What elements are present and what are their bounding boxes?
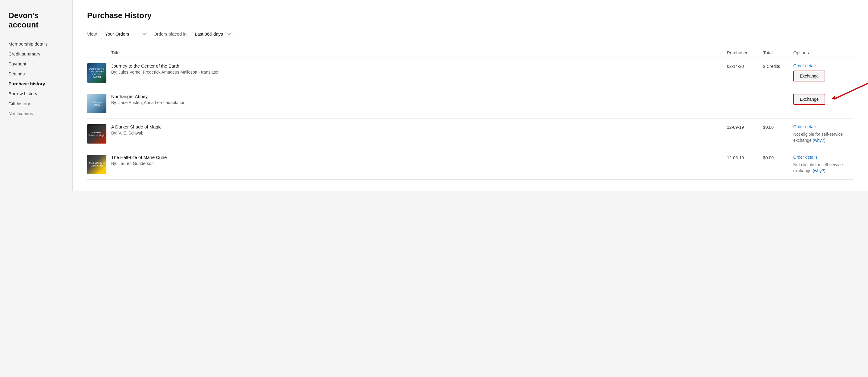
account-title: Devon's account — [8, 11, 64, 30]
book-cover: The Half-Life of Marie Curie — [87, 155, 106, 174]
order-details-link[interactable]: Order details — [793, 155, 854, 160]
nav-list: Membership detailsCredit summaryPaymentS… — [8, 39, 64, 118]
table-container: Title Purchased Total Options JOURNEY TO… — [87, 48, 854, 180]
table-row: A Darker Shade of MagicA Darker Shade of… — [87, 119, 854, 149]
book-title: A Darker Shade of Magic — [111, 124, 722, 129]
book-info: The Half-Life of Marie CurieBy: Lauren G… — [111, 155, 727, 166]
page-title: Purchase History — [87, 11, 854, 20]
col-purchased: 12-09-19 — [727, 124, 763, 130]
orders-placed-label: Orders placed in — [153, 31, 187, 36]
table-rows: JOURNEY TO THE CENTER OF THE EARTHJourne… — [87, 58, 854, 180]
view-select[interactable]: Your OrdersWishlisted Items — [101, 29, 149, 39]
sidebar-item-borrow-history[interactable]: Borrow history — [8, 89, 64, 98]
book-author: By: V. E. Schwab — [111, 130, 722, 136]
col-purchased: 12-06-19 — [727, 155, 763, 160]
book-info: A Darker Shade of MagicBy: V. E. Schwab — [111, 124, 727, 136]
book-cover: Northanger Abbey — [87, 94, 106, 113]
book-cover-col: JOURNEY TO THE CENTER OF THE EARTH — [87, 63, 111, 83]
filters-row: View Your OrdersWishlisted Items Orders … — [87, 29, 854, 39]
order-details-link[interactable]: Order details — [793, 63, 854, 68]
sidebar: Devon's account Membership detailsCredit… — [0, 0, 72, 377]
sidebar-item-purchase-history[interactable]: Purchase history — [8, 79, 64, 88]
col-header-total: Total — [763, 50, 793, 55]
col-header-img — [87, 50, 111, 55]
book-cover: JOURNEY TO THE CENTER OF THE EARTH — [87, 63, 106, 83]
sidebar-item-settings[interactable]: Settings — [8, 69, 64, 79]
book-info: Northanger AbbeyBy: Jane Austen, Anna Le… — [111, 94, 727, 105]
table-row: JOURNEY TO THE CENTER OF THE EARTHJourne… — [87, 58, 854, 88]
main-content: Purchase History View Your OrdersWishlis… — [72, 0, 868, 191]
col-header-purchased: Purchased — [727, 50, 763, 55]
table-header: Title Purchased Total Options — [87, 48, 854, 58]
book-title: The Half-Life of Marie Curie — [111, 155, 722, 160]
date-select[interactable]: Last 30 daysLast 60 daysLast 90 daysLast… — [191, 29, 234, 39]
sidebar-item-gift-history[interactable]: Gift history — [8, 99, 64, 108]
exchange-button[interactable]: Exchange — [793, 70, 825, 81]
col-options: Exchange — [793, 94, 854, 105]
book-author: By: Lauren Gunderson — [111, 161, 722, 166]
sidebar-item-credit-summary[interactable]: Credit summary — [8, 49, 64, 59]
table-row: The Half-Life of Marie CurieThe Half-Lif… — [87, 149, 854, 180]
col-options: Order detailsExchange — [793, 63, 854, 81]
book-cover-col: The Half-Life of Marie Curie — [87, 155, 111, 174]
col-header-options: Options — [793, 50, 854, 55]
col-total: $0.00 — [763, 124, 793, 130]
not-eligible-end: ) — [824, 138, 826, 143]
view-label: View — [87, 31, 97, 36]
col-header-title: Title — [111, 50, 727, 55]
book-author: By: Jules Verne, Frederick Amadeus Malle… — [111, 70, 722, 75]
not-eligible-end: ) — [824, 168, 826, 173]
why-link[interactable]: why? — [814, 168, 824, 173]
why-link[interactable]: why? — [814, 138, 824, 143]
book-info: Journey to the Center of the EarthBy: Ju… — [111, 63, 727, 75]
book-title: Northanger Abbey — [111, 94, 722, 99]
col-total: 2 Credits — [763, 63, 793, 69]
book-cover-col: A Darker Shade of Magic — [87, 124, 111, 144]
not-eligible-text: Not eligible for self-service exchange (… — [793, 162, 854, 174]
col-options: Order detailsNot eligible for self-servi… — [793, 155, 854, 174]
sidebar-item-payment[interactable]: Payment — [8, 59, 64, 68]
table-row: Northanger AbbeyNorthanger AbbeyBy: Jane… — [87, 88, 854, 119]
not-eligible-text: Not eligible for self-service exchange (… — [793, 132, 854, 143]
main-wrapper: Purchase History View Your OrdersWishlis… — [72, 0, 868, 377]
book-cover-col: Northanger Abbey — [87, 94, 111, 113]
exchange-button[interactable]: Exchange — [793, 94, 825, 105]
col-purchased: 02-14-20 — [727, 63, 763, 69]
col-total — [763, 94, 793, 94]
col-purchased — [727, 94, 763, 94]
col-total: $0.00 — [763, 155, 793, 160]
col-options: Order detailsNot eligible for self-servi… — [793, 124, 854, 143]
book-title: Journey to the Center of the Earth — [111, 63, 722, 68]
book-cover: A Darker Shade of Magic — [87, 124, 106, 144]
order-details-link[interactable]: Order details — [793, 124, 854, 129]
sidebar-item-notifications[interactable]: Notifications — [8, 109, 64, 118]
book-author: By: Jane Austen, Anna Lea - adaptation — [111, 100, 722, 105]
sidebar-item-membership-details[interactable]: Membership details — [8, 39, 64, 49]
